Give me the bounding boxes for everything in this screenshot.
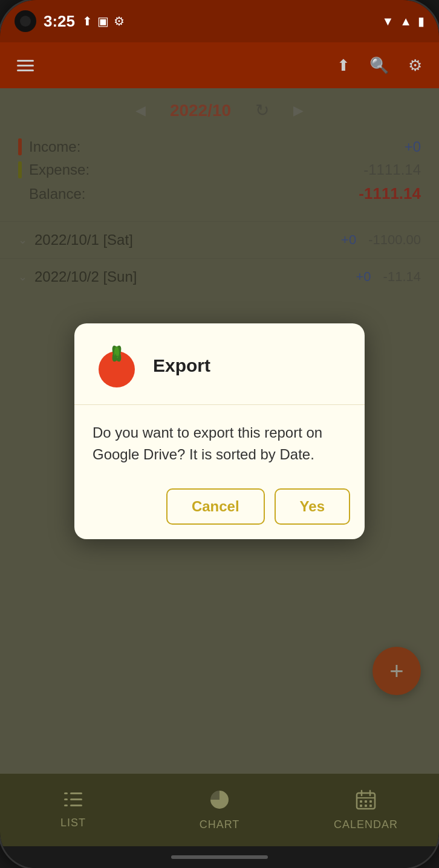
nav-label-list: LIST bbox=[60, 817, 86, 829]
svg-rect-8 bbox=[64, 792, 68, 794]
svg-rect-20 bbox=[369, 805, 372, 807]
export-dialog: ★ Export Do you want to export this repo… bbox=[74, 323, 365, 539]
menu-button[interactable] bbox=[17, 60, 319, 71]
svg-rect-15 bbox=[360, 800, 362, 803]
dialog-body: Do you want to export this report on Goo… bbox=[74, 405, 365, 482]
upload-button[interactable]: ⬆ bbox=[337, 56, 350, 75]
search-button[interactable]: 🔍 bbox=[369, 56, 389, 75]
wifi-icon: ▼ bbox=[382, 15, 394, 28]
chart-icon bbox=[209, 789, 230, 815]
cancel-button[interactable]: Cancel bbox=[166, 488, 265, 525]
svg-rect-7 bbox=[70, 805, 82, 806]
tomato-icon: ★ bbox=[93, 342, 141, 390]
svg-rect-18 bbox=[360, 805, 362, 807]
svg-rect-17 bbox=[369, 800, 372, 803]
svg-rect-16 bbox=[365, 800, 367, 803]
svg-rect-5 bbox=[70, 792, 82, 794]
calendar-icon bbox=[356, 789, 376, 815]
main-content: ◀ 2022/10 ↻ ▶ Income: +0 Expense: - bbox=[0, 88, 439, 774]
status-time: 3:25 bbox=[44, 12, 75, 31]
nav-label-chart: CHART bbox=[200, 818, 240, 831]
bottom-nav: LIST CHART bbox=[0, 774, 439, 846]
svg-text:★: ★ bbox=[112, 352, 120, 361]
confirm-button[interactable]: Yes bbox=[275, 488, 350, 525]
dialog-actions: Cancel Yes bbox=[74, 482, 365, 539]
toolbar-actions: ⬆ 🔍 ⚙ bbox=[337, 56, 422, 75]
svg-rect-6 bbox=[70, 798, 82, 800]
battery-icon: ▮ bbox=[418, 14, 424, 28]
sim-icon: ▣ bbox=[97, 14, 109, 28]
nav-item-calendar[interactable]: CALENDAR bbox=[293, 783, 439, 837]
home-bar bbox=[171, 855, 268, 859]
svg-rect-9 bbox=[64, 798, 68, 800]
settings-status-icon: ⚙ bbox=[114, 14, 125, 28]
data-sync-icon: ⬆ bbox=[82, 14, 93, 28]
home-indicator bbox=[0, 846, 439, 868]
list-icon bbox=[63, 791, 83, 813]
dialog-header: ★ Export bbox=[74, 323, 365, 405]
status-bar: 3:25 ⬆ ▣ ⚙ ▼ ▲ ▮ bbox=[0, 0, 439, 42]
camera-dot bbox=[15, 10, 36, 32]
svg-rect-10 bbox=[64, 805, 68, 806]
dialog-overlay: ★ Export Do you want to export this repo… bbox=[0, 88, 439, 774]
nav-item-list[interactable]: LIST bbox=[0, 785, 146, 835]
status-icons-left: ⬆ ▣ ⚙ bbox=[82, 14, 125, 28]
settings-button[interactable]: ⚙ bbox=[408, 56, 422, 75]
signal-icon: ▲ bbox=[400, 15, 412, 28]
dialog-message: Do you want to export this report on Goo… bbox=[93, 424, 322, 462]
nav-item-chart[interactable]: CHART bbox=[146, 783, 293, 837]
status-icons-right: ▼ ▲ ▮ bbox=[382, 14, 424, 28]
nav-label-calendar: CALENDAR bbox=[334, 818, 398, 831]
app-toolbar: ⬆ 🔍 ⚙ bbox=[0, 42, 439, 88]
dialog-title: Export bbox=[153, 355, 210, 376]
svg-rect-19 bbox=[365, 805, 367, 807]
